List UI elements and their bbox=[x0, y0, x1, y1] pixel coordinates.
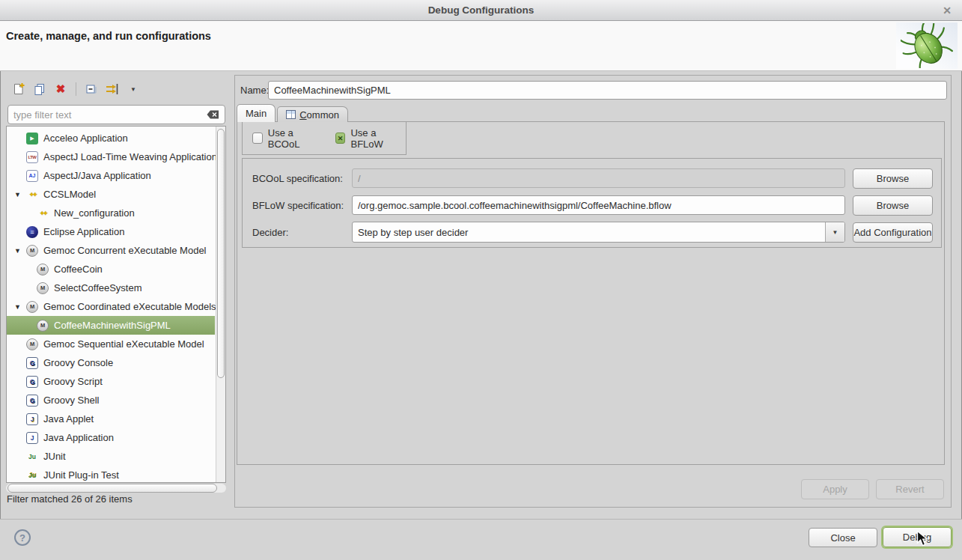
checkbox-label: Use a BCOoL bbox=[268, 127, 323, 150]
tree-item[interactable]: CoffeeCoin bbox=[7, 260, 215, 279]
horizontal-scrollbar[interactable] bbox=[6, 484, 226, 493]
tree-item-label: Gemoc Coordinated eXecutable Models bbox=[43, 301, 216, 312]
filter-configurations-button[interactable] bbox=[103, 80, 122, 98]
tree-item[interactable]: AspectJ Load-Time Weaving Application bbox=[7, 147, 215, 166]
configuration-panel: Name: Main Common Use a BCOoL Use a BFLo… bbox=[234, 75, 952, 508]
browse-bflow-button[interactable]: Browse bbox=[853, 195, 933, 216]
tree-item[interactable]: CCSLModel bbox=[7, 185, 215, 204]
tab[interactable]: Main bbox=[237, 104, 275, 122]
tree-item[interactable]: Gemoc Concurrent eXecutable Model bbox=[7, 241, 215, 260]
horizontal-scrollbar-thumb[interactable] bbox=[7, 484, 217, 493]
checkbox-label: Use a BFLoW bbox=[350, 127, 406, 150]
apply-button[interactable]: Apply bbox=[801, 479, 869, 499]
help-button[interactable]: ? bbox=[14, 529, 31, 546]
tree-item[interactable]: Java Application bbox=[7, 428, 215, 447]
chevron-down-icon: ▼ bbox=[832, 229, 838, 236]
groovy-icon bbox=[26, 357, 38, 369]
combo-dropdown-button[interactable]: ▼ bbox=[825, 222, 844, 242]
expander-icon[interactable] bbox=[14, 191, 26, 198]
decider-value: Step by step user decider bbox=[353, 227, 825, 238]
ccsl-model-icon bbox=[37, 207, 49, 219]
tree-item[interactable]: Gemoc Sequential eXecutable Model bbox=[7, 335, 215, 353]
bcool-spec-input bbox=[352, 168, 845, 188]
tree-item-label: Acceleo Application bbox=[43, 133, 128, 144]
name-input[interactable] bbox=[268, 81, 947, 100]
tree-item[interactable]: SelectCoffeeSystem bbox=[7, 279, 215, 297]
tree-item-label: SelectCoffeeSystem bbox=[54, 282, 142, 293]
decider-combobox[interactable]: Step by step user decider ▼ bbox=[352, 222, 845, 243]
tree-item[interactable]: Groovy Console bbox=[7, 353, 215, 372]
language-checkbox-group: Use a BCOoL Use a BFLoW bbox=[242, 121, 407, 155]
tree-item[interactable]: Gemoc Coordinated eXecutable Models bbox=[7, 297, 215, 316]
tree-item[interactable]: CoffeeMachinewithSigPML bbox=[7, 316, 215, 335]
window-close-button[interactable]: ✕ bbox=[940, 4, 954, 17]
bflow-spec-input[interactable] bbox=[352, 195, 845, 215]
tree-rows: Acceleo Application AspectJ Load-Time We… bbox=[7, 129, 225, 483]
bcool-spec-label: BCOoL specification: bbox=[252, 173, 352, 184]
expander-icon[interactable] bbox=[14, 247, 26, 255]
tree-item-label: Groovy Script bbox=[43, 376, 103, 387]
java-application-icon bbox=[26, 432, 38, 444]
decider-row: Decider: Step by step user decider ▼ Add… bbox=[252, 222, 933, 243]
tree-item[interactable]: Java Applet bbox=[7, 410, 215, 428]
clear-filter-button[interactable] bbox=[207, 110, 219, 119]
clear-filter-icon bbox=[207, 110, 219, 119]
dialog-header: Create, manage, and run configurations bbox=[0, 21, 962, 71]
tree-item[interactable]: JUnit bbox=[7, 447, 215, 466]
debug-button[interactable]: Debug bbox=[883, 527, 952, 547]
delete-button[interactable]: ✖ bbox=[51, 80, 70, 98]
ccsl-model-icon bbox=[26, 189, 38, 201]
launch-toolbar: ✖ ▼ bbox=[9, 79, 143, 99]
checkbox[interactable] bbox=[252, 133, 263, 144]
collapse-all-button[interactable] bbox=[82, 80, 101, 98]
groovy-icon bbox=[26, 376, 38, 388]
tree-item[interactable]: Acceleo Application bbox=[7, 129, 215, 147]
checkbox-item[interactable]: Use a BFLoW bbox=[335, 127, 406, 150]
java-applet-icon bbox=[26, 413, 38, 425]
filter-status-text: Filter matched 26 of 26 items bbox=[7, 493, 133, 505]
expander-icon[interactable] bbox=[14, 303, 26, 311]
tree-item[interactable]: AspectJ/Java Application bbox=[7, 166, 215, 185]
tree-item-label: CoffeeCoin bbox=[54, 264, 103, 275]
new-configuration-button[interactable] bbox=[9, 80, 28, 98]
tab-label: Common bbox=[299, 109, 339, 121]
vertical-scrollbar-thumb[interactable] bbox=[217, 129, 225, 378]
groovy-icon bbox=[26, 395, 38, 407]
bflow-spec-label: BFLoW specification: bbox=[252, 200, 352, 211]
tree-item[interactable]: JUnit Plug-in Test bbox=[7, 466, 215, 483]
vertical-scrollbar[interactable] bbox=[216, 127, 225, 482]
tab-strip: Main Common bbox=[237, 104, 350, 122]
add-configuration-button[interactable]: Add Configuration bbox=[853, 222, 933, 243]
tree-item[interactable]: Groovy Script bbox=[7, 372, 215, 391]
close-button[interactable]: Close bbox=[809, 528, 877, 547]
filter-field bbox=[7, 105, 225, 124]
toolbar-menu-button[interactable]: ▼ bbox=[124, 80, 143, 98]
checkbox[interactable] bbox=[335, 133, 346, 144]
checkbox-item[interactable]: Use a BCOoL bbox=[252, 127, 323, 150]
bflow-row: BFLoW specification: Browse bbox=[252, 195, 933, 216]
tab[interactable]: Common bbox=[277, 106, 348, 122]
delete-icon: ✖ bbox=[56, 82, 66, 96]
tree-item[interactable]: Eclipse Application bbox=[7, 222, 215, 241]
close-icon: ✕ bbox=[943, 4, 952, 16]
duplicate-button[interactable] bbox=[30, 80, 49, 98]
eclipse-icon bbox=[26, 226, 38, 238]
gemoc-model-icon bbox=[37, 282, 49, 294]
browse-bcool-button[interactable]: Browse bbox=[853, 168, 933, 189]
debug-bug-icon bbox=[901, 23, 953, 68]
window-title: Debug Configurations bbox=[428, 4, 535, 16]
decider-label: Decider: bbox=[252, 227, 352, 238]
tree-item[interactable]: Groovy Shell bbox=[7, 391, 215, 410]
page-title: Create, manage, and run configurations bbox=[6, 30, 211, 42]
debug-configurations-dialog: Debug Configurations ✕ Create, manage, a… bbox=[0, 0, 962, 560]
bcool-row: BCOoL specification: Browse bbox=[252, 168, 933, 189]
filter-configurations-icon bbox=[105, 82, 120, 96]
revert-button[interactable]: Revert bbox=[876, 479, 944, 499]
tree-item[interactable]: New_configuration bbox=[7, 204, 215, 222]
toolbar-separator bbox=[76, 82, 76, 96]
filter-input[interactable] bbox=[13, 109, 207, 121]
tree-item-label: Gemoc Concurrent eXecutable Model bbox=[43, 245, 207, 256]
gemoc-model-icon bbox=[37, 320, 49, 332]
tree-item-label: New_configuration bbox=[54, 207, 135, 219]
gemoc-model-icon bbox=[26, 338, 38, 350]
